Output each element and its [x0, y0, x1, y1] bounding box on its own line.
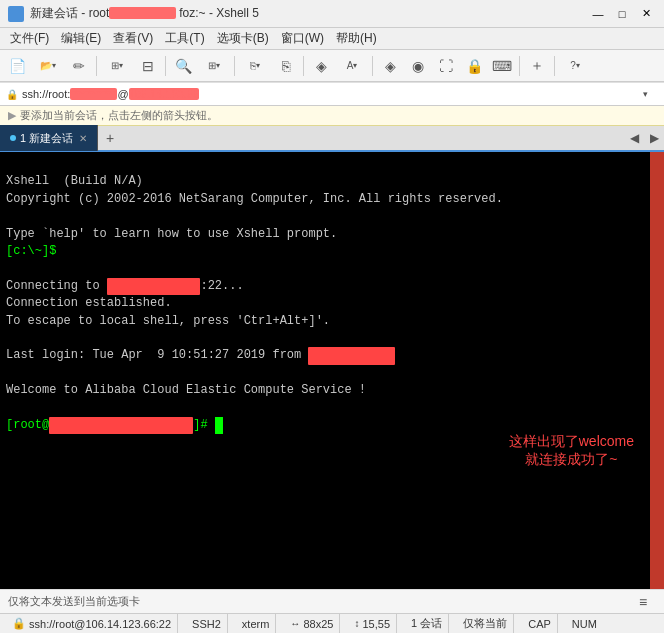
app-window: 新建会话 - root foz:~ - Xshell 5 — □ ✕ 文件(F)… — [0, 0, 664, 633]
toolbar-disconnect[interactable]: ⊟ — [135, 53, 161, 79]
toolbar-sep-6 — [519, 56, 520, 76]
terminal-prompt-end: ]# — [193, 418, 215, 432]
menu-edit[interactable]: 编辑(E) — [55, 28, 107, 49]
toolbar-edit[interactable]: ✏ — [66, 53, 92, 79]
menu-file[interactable]: 文件(F) — [4, 28, 55, 49]
status-pos: ↕ 15,55 — [348, 614, 397, 633]
password-redacted: *********** — [70, 88, 117, 100]
window-title: 新建会话 - root foz:~ - Xshell 5 — [30, 5, 259, 22]
title-bar-left: 新建会话 - root foz:~ - Xshell 5 — [8, 5, 259, 22]
status-extra: 仅将当前 — [457, 614, 514, 633]
tab-next-button[interactable]: ▶ — [644, 125, 664, 151]
terminal-cursor — [215, 417, 223, 434]
address-bar: 🔒 ssh://root:***********@106.14.123.66 ▾ — [0, 82, 664, 106]
title-bar: 新建会话 - root foz:~ - Xshell 5 — □ ✕ — [0, 0, 664, 28]
status-cap: CAP — [522, 614, 558, 633]
address-dropdown[interactable]: ▾ — [632, 81, 658, 107]
toolbar-paste[interactable]: ⎘ — [273, 53, 299, 79]
menu-tabs[interactable]: 选项卡(B) — [211, 28, 275, 49]
terminal-blank-2: Welcome to Alibaba Cloud Elastic Compute… — [6, 383, 366, 397]
toolbar-keyboard[interactable]: ⌨ — [489, 53, 515, 79]
status-term: xterm — [236, 614, 277, 633]
toolbar-search[interactable]: 🔍 — [170, 53, 196, 79]
toolbar-sep-7 — [554, 56, 555, 76]
status-pos-text: 15,55 — [362, 618, 390, 630]
status-cols-text: 88x25 — [303, 618, 333, 630]
menu-bar: 文件(F) 编辑(E) 查看(V) 工具(T) 选项卡(B) 窗口(W) 帮助(… — [0, 28, 664, 50]
toolbar-settings[interactable]: ⊞▾ — [198, 53, 230, 79]
terminal-prompt-1: [c:\~]$ — [6, 244, 56, 258]
notice-text: 要添加当前会话，点击左侧的箭头按钮。 — [20, 108, 218, 123]
toolbar-help[interactable]: ?▾ — [559, 53, 591, 79]
title-controls: — □ ✕ — [588, 5, 656, 23]
status-ssh: 🔒 ssh://root@106.14.123.66:22 — [6, 614, 178, 633]
address-lock-icon: 🔒 — [6, 89, 18, 100]
status-sessions: 1 会话 — [405, 614, 449, 633]
status-num: NUM — [566, 614, 603, 633]
send-bar-text: 仅将文本发送到当前选项卡 — [8, 594, 140, 609]
toolbar-copy[interactable]: ⎘▾ — [239, 53, 271, 79]
toolbar-open[interactable]: 📂▾ — [32, 53, 64, 79]
title-redacted — [109, 7, 176, 19]
toolbar-sep-3 — [234, 56, 235, 76]
address-text: ssh://root:***********@106.14.123.66 — [22, 88, 632, 100]
terminal-prompt-2: [root@ — [6, 418, 49, 432]
terminal-window[interactable]: Xshell (Build N/A) Copyright (c) 2002-20… — [0, 152, 650, 589]
new-tab-button[interactable]: + — [98, 125, 122, 151]
sidebar-right — [650, 152, 664, 589]
send-bar-menu[interactable]: ≡ — [630, 589, 656, 615]
terminal-hostname-censor — [49, 417, 193, 434]
toolbar-special[interactable]: ◈ — [308, 53, 334, 79]
toolbar-f2[interactable]: ◉ — [405, 53, 431, 79]
toolbar-f1[interactable]: ◈ — [377, 53, 403, 79]
toolbar: 📄 📂▾ ✏ ⊞▾ ⊟ 🔍 ⊞▾ ⎘▾ ⎘ ◈ A▾ ◈ ◉ ⛶ 🔒 ⌨ ＋ ?… — [0, 50, 664, 82]
status-cols: ↔ 88x25 — [284, 614, 340, 633]
notice-bar: ▶ 要添加当前会话，点击左侧的箭头按钮。 — [0, 106, 664, 126]
send-bar: 仅将文本发送到当前选项卡 ≡ — [0, 589, 664, 613]
tab-prev-button[interactable]: ◀ — [624, 125, 644, 151]
toolbar-lock[interactable]: 🔒 — [461, 53, 487, 79]
toolbar-sep-1 — [96, 56, 97, 76]
menu-help[interactable]: 帮助(H) — [330, 28, 383, 49]
toolbar-sep-2 — [165, 56, 166, 76]
toolbar-sep-4 — [303, 56, 304, 76]
status-protocol: SSH2 — [186, 614, 228, 633]
tab-close-button[interactable]: ✕ — [79, 133, 87, 144]
terminal-host-censor — [107, 278, 201, 295]
minimize-button[interactable]: — — [588, 5, 608, 23]
status-bar: 🔒 ssh://root@106.14.123.66:22 SSH2 xterm… — [0, 613, 664, 633]
toolbar-fullscreen[interactable]: ⛶ — [433, 53, 459, 79]
tab-label: 1 新建会话 — [20, 131, 73, 146]
maximize-button[interactable]: □ — [612, 5, 632, 23]
menu-window[interactable]: 窗口(W) — [275, 28, 330, 49]
terminal-ip-censor — [308, 347, 394, 364]
menu-view[interactable]: 查看(V) — [107, 28, 159, 49]
tab-bar: 1 新建会话 ✕ + ◀ ▶ — [0, 126, 664, 152]
toolbar-sep-5 — [372, 56, 373, 76]
menu-tools[interactable]: 工具(T) — [159, 28, 210, 49]
status-lock-icon: 🔒 — [12, 617, 26, 630]
close-button[interactable]: ✕ — [636, 5, 656, 23]
tab-active[interactable]: 1 新建会话 ✕ — [0, 125, 98, 151]
status-ssh-text: ssh://root@106.14.123.66:22 — [29, 618, 171, 630]
toolbar-connect[interactable]: ⊞▾ — [101, 53, 133, 79]
xshell-icon — [8, 6, 24, 22]
toolbar-font[interactable]: A▾ — [336, 53, 368, 79]
terminal-blank-1: Connecting to — [6, 279, 107, 293]
tab-dot — [10, 135, 16, 141]
tab-navigation: ◀ ▶ — [624, 125, 664, 151]
terminal-line-1: Xshell (Build N/A) Copyright (c) 2002-20… — [6, 174, 503, 240]
toolbar-newtab[interactable]: ＋ — [524, 53, 550, 79]
host-redacted: 106.14.123.66 — [129, 88, 199, 100]
toolbar-new[interactable]: 📄 — [4, 53, 30, 79]
notice-icon: ▶ — [8, 109, 16, 122]
